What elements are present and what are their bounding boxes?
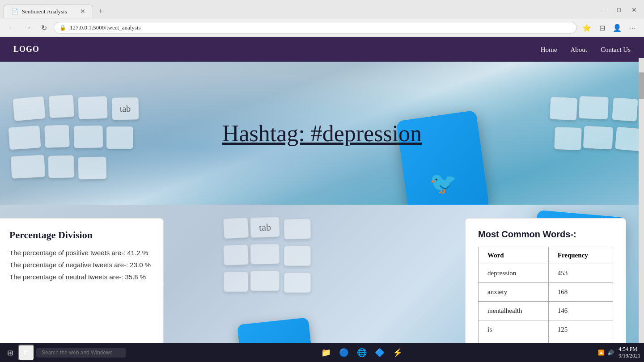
table-row: anxiety168 <box>479 283 613 302</box>
settings-menu-button[interactable]: ⋯ <box>626 21 639 34</box>
taskbar-app-icon[interactable]: ⚡ <box>390 345 406 361</box>
tab-title: Sentiment Analysis <box>22 8 67 15</box>
clock: 4:54 PM 9/19/2021 <box>619 346 640 359</box>
page-title: Hashtag: #depression <box>213 102 431 164</box>
table-row: is125 <box>479 320 613 339</box>
taskbar-app-icons: 📁 🔵 🌐 🔷 ⚡ <box>318 345 406 361</box>
address-bar[interactable]: 🔒 127.0.0.1:5000/tweet_analysis <box>54 22 577 34</box>
frequency-column-header: Frequency <box>548 247 613 264</box>
nav-home-link[interactable]: Home <box>541 46 557 53</box>
taskbar-edge-icon[interactable]: 🌐 <box>354 345 370 361</box>
new-tab-button[interactable]: + <box>95 5 107 18</box>
common-words-card: Most Common Words-: Word Frequency depre… <box>465 218 626 362</box>
close-button[interactable]: ✕ <box>628 4 640 16</box>
tab-favicon: 📄 <box>11 8 18 15</box>
browser-controls: ← → ↻ 🔒 127.0.0.1:5000/tweet_analysis ⭐ … <box>0 19 644 37</box>
taskbar-right: 🔼 🔊 4:54 PM 9/19/2021 <box>598 346 640 359</box>
scroll-bar[interactable] <box>639 58 644 343</box>
start-button[interactable]: ⊞ <box>4 347 17 359</box>
collections-icon[interactable]: ⊟ <box>596 21 608 34</box>
nav-contact-link[interactable]: Contact Us <box>601 46 631 53</box>
twitter-bird-icon: 🐦 <box>428 168 459 198</box>
tab-bar: 📄 Sentiment Analysis ✕ + ─ ◻ ✕ <box>0 0 644 19</box>
favorites-icon[interactable]: ⭐ <box>580 21 593 34</box>
profile-icon[interactable]: 👤 <box>611 21 623 34</box>
browser-actions: ⭐ ⊟ 👤 ⋯ <box>580 21 639 34</box>
back-button[interactable]: ← <box>5 21 18 34</box>
network-icon: 🔼 <box>598 349 605 356</box>
task-view-button[interactable]: ⧉ <box>18 345 34 361</box>
navbar-links: Home About Contact Us <box>541 46 631 54</box>
hero-section: tab 🐦 Hashtag: #depression <box>0 62 644 205</box>
lock-icon: 🔒 <box>59 25 66 31</box>
frequency-cell: 453 <box>548 264 613 283</box>
maximize-button[interactable]: ◻ <box>613 4 625 16</box>
word-column-header: Word <box>479 247 549 264</box>
navbar-logo: LOGO <box>13 45 39 54</box>
center-space <box>182 214 447 362</box>
date-display: 9/19/2021 <box>619 353 640 359</box>
frequency-cell: 168 <box>548 283 613 302</box>
taskbar-vscode-icon[interactable]: 🔷 <box>372 345 388 361</box>
forward-button[interactable]: → <box>21 21 34 34</box>
time-display: 4:54 PM <box>619 346 640 353</box>
frequency-cell: 146 <box>548 302 613 320</box>
taskbar-left: ⊞ ⧉ <box>4 345 126 361</box>
table-row: mentalhealth146 <box>479 302 613 320</box>
table-heading: Most Common Words-: <box>478 229 613 240</box>
positive-percentage: The percentage of positive tweets are-: … <box>9 249 151 257</box>
systray: 🔼 🔊 <box>598 349 614 356</box>
taskbar-search-input[interactable] <box>36 348 126 358</box>
frequency-cell: 125 <box>548 320 613 339</box>
taskbar-file-manager-icon[interactable]: 📁 <box>318 345 334 361</box>
percentage-card: Percentage Division The percentage of po… <box>0 218 164 362</box>
active-tab[interactable]: 📄 Sentiment Analysis ✕ <box>4 4 93 18</box>
nav-about-link[interactable]: About <box>570 46 587 53</box>
word-cell: mentalhealth <box>479 302 549 320</box>
url-text: 127.0.0.1:5000/tweet_analysis <box>70 24 141 31</box>
neutral-percentage: The percentage of neutral tweets are-: 3… <box>9 273 151 281</box>
taskbar: ⊞ ⧉ 📁 🔵 🌐 🔷 ⚡ 🔼 🔊 4:54 PM 9/19/2021 <box>0 343 644 362</box>
word-cell: depression <box>479 264 549 283</box>
negative-percentage: The percentage of negative tweets are-: … <box>9 261 151 269</box>
volume-icon: 🔊 <box>607 349 614 356</box>
tab-close-button[interactable]: ✕ <box>80 8 85 15</box>
main-content: tab 🐦 Percentage Division The percentage… <box>0 205 644 362</box>
table-row: depression453 <box>479 264 613 283</box>
percentage-heading: Percentage Division <box>9 229 151 241</box>
word-cell: anxiety <box>479 283 549 302</box>
navbar: LOGO Home About Contact Us <box>0 37 644 62</box>
taskbar-chrome-icon[interactable]: 🔵 <box>336 345 352 361</box>
browser-chrome: 📄 Sentiment Analysis ✕ + ─ ◻ ✕ ← → ↻ 🔒 1… <box>0 0 644 37</box>
scroll-thumb[interactable] <box>639 72 644 99</box>
word-cell: is <box>479 320 549 339</box>
reload-button[interactable]: ↻ <box>38 21 50 34</box>
minimize-button[interactable]: ─ <box>597 4 610 16</box>
